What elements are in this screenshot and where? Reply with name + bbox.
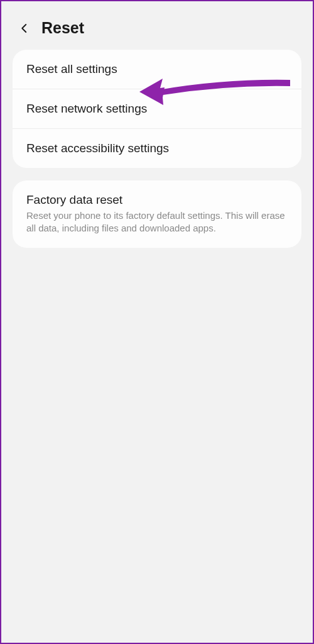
list-item-description: Reset your phone to its factory default … (26, 209, 288, 235)
reset-network-settings-item[interactable]: Reset network settings (13, 89, 301, 129)
list-item-label: Factory data reset (26, 193, 288, 207)
page-title: Reset (41, 19, 84, 37)
reset-all-settings-item[interactable]: Reset all settings (13, 50, 301, 89)
factory-reset-card: Factory data reset Reset your phone to i… (13, 180, 301, 248)
reset-options-card: Reset all settings Reset network setting… (13, 50, 301, 168)
list-item-label: Reset network settings (26, 102, 288, 116)
reset-accessibility-settings-item[interactable]: Reset accessibility settings (13, 129, 301, 168)
list-item-label: Reset accessibility settings (26, 142, 288, 155)
back-icon[interactable] (19, 23, 30, 34)
factory-data-reset-item[interactable]: Factory data reset Reset your phone to i… (13, 180, 301, 248)
header: Reset (6, 11, 308, 50)
list-item-label: Reset all settings (26, 62, 288, 76)
settings-screen: Reset Reset all settings Reset network s… (6, 6, 308, 638)
